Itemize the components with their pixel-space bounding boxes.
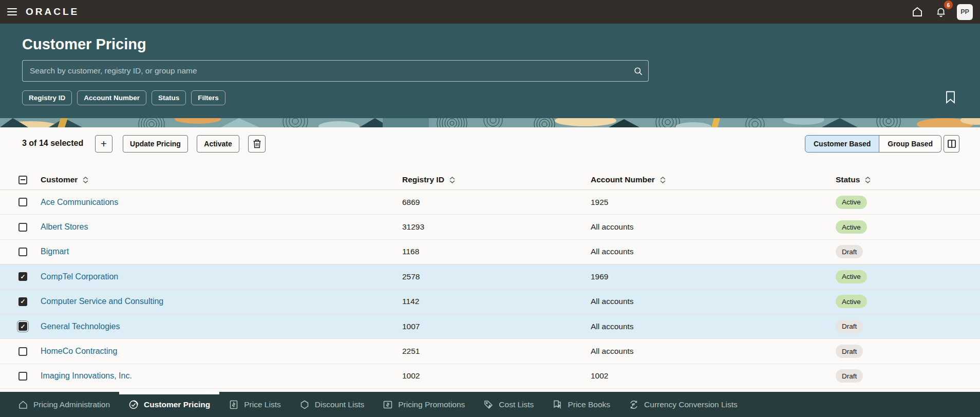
toggle-group-based[interactable]: Group Based (879, 135, 941, 153)
view-toggle: Customer Based Group Based (805, 135, 941, 153)
customer-link[interactable]: CompTel Corporation (41, 272, 118, 281)
customer-link[interactable]: General Technologies (41, 322, 120, 331)
nav-item-discount-lists[interactable]: Discount Lists (290, 392, 373, 417)
add-button[interactable]: + (95, 135, 112, 153)
filter-chip-filters[interactable]: Filters (191, 90, 225, 105)
nav-item-price-lists[interactable]: Price Lists (219, 392, 290, 417)
filter-chips: Registry IDAccount NumberStatusFilters (22, 90, 225, 105)
registry-id-value: 6869 (402, 198, 591, 207)
column-header-customer[interactable]: Customer (41, 175, 402, 184)
status-badge: Draft (836, 345, 863, 358)
customer-link[interactable]: HomeCo Contracting (41, 347, 117, 355)
nav-item-pricing-promotions[interactable]: Pricing Promotions (373, 392, 474, 417)
nav-item-label: Currency Conversion Lists (644, 400, 738, 409)
table-row: Imaging Innovations, Inc.10021002Draft (0, 364, 980, 389)
table-row: Computer Service and Consulting1142All a… (0, 290, 980, 314)
row-checkbox[interactable] (18, 198, 27, 206)
customer-link[interactable]: Albert Stores (41, 222, 88, 231)
search-input[interactable] (23, 66, 628, 75)
customer-link[interactable]: Bigmart (41, 247, 69, 256)
update-pricing-button[interactable]: Update Pricing (123, 135, 188, 153)
sort-icon (865, 177, 871, 183)
table-row: HomeCo Contracting2251All accountsDraft (0, 339, 980, 364)
table-row: Bigmart1168All accountsDraft (0, 240, 980, 264)
search-icon[interactable] (628, 66, 648, 76)
status-badge: Active (836, 295, 867, 308)
table-row: CompTel Corporation25781969Active (0, 264, 980, 289)
promotion-icon (383, 400, 393, 410)
delete-button[interactable] (248, 135, 266, 153)
status-badge: Draft (836, 320, 863, 333)
toggle-customer-based[interactable]: Customer Based (805, 135, 879, 153)
nav-item-label: Pricing Administration (33, 400, 110, 409)
filter-chip-registry-id[interactable]: Registry ID (22, 90, 72, 105)
account-number-value: All accounts (591, 322, 836, 331)
page-header: Customer Pricing Registry IDAccount Numb… (0, 24, 980, 118)
account-number-value: All accounts (591, 297, 836, 306)
filter-chip-account-number[interactable]: Account Number (77, 90, 146, 105)
account-number-value: All accounts (591, 247, 836, 256)
customer-link[interactable]: Ace Communications (41, 198, 118, 206)
sort-icon (449, 177, 455, 183)
row-checkbox[interactable] (18, 223, 27, 232)
nav-item-price-books[interactable]: Price Books (543, 392, 619, 417)
row-checkbox[interactable] (18, 248, 27, 256)
page-title: Customer Pricing (22, 36, 146, 53)
table-toolbar: 3 of 14 selected + Update Pricing Activa… (0, 135, 980, 153)
table-row: General Technologies1007All accountsDraf… (0, 314, 980, 339)
nav-item-label: Pricing Promotions (398, 400, 465, 409)
row-checkbox[interactable] (18, 372, 27, 381)
price-list-icon (229, 400, 239, 410)
hamburger-menu-icon[interactable] (0, 0, 24, 24)
status-badge: Draft (836, 369, 863, 383)
row-checkbox[interactable] (18, 322, 27, 331)
registry-id-value: 1168 (402, 247, 591, 256)
nav-item-cost-lists[interactable]: Cost Lists (474, 392, 543, 417)
row-checkbox[interactable] (18, 347, 27, 356)
table-header-row: Customer Registry ID Account Number (0, 170, 980, 190)
select-all-checkbox[interactable] (18, 176, 27, 184)
home-icon (911, 6, 924, 18)
nav-item-label: Customer Pricing (144, 400, 210, 409)
row-checkbox[interactable] (18, 297, 27, 306)
user-avatar[interactable]: PP (957, 4, 973, 20)
status-badge: Active (836, 270, 867, 283)
currency-conversion-icon (629, 400, 639, 410)
customer-link[interactable]: Imaging Innovations, Inc. (41, 371, 132, 380)
nav-item-pricing-administration[interactable]: Pricing Administration (9, 392, 119, 417)
home-button[interactable] (910, 4, 925, 20)
nav-item-label: Discount Lists (315, 400, 364, 409)
status-badge: Active (836, 220, 867, 234)
filter-chip-status[interactable]: Status (152, 90, 186, 105)
customer-link[interactable]: Computer Service and Consulting (41, 297, 163, 306)
topbar-actions: 6 PP (910, 4, 980, 20)
sort-icon (660, 177, 666, 183)
account-number-value: All accounts (591, 347, 836, 356)
column-header-account-number[interactable]: Account Number (591, 175, 836, 184)
cost-tag-icon (483, 400, 494, 410)
oracle-logo: ORACLE (26, 6, 79, 17)
trash-icon (253, 139, 261, 148)
selection-summary: 3 of 14 selected (22, 139, 83, 148)
customer-pricing-page: ORACLE 6 PP Customer Pricing Registry ID… (0, 0, 980, 417)
top-app-bar: ORACLE 6 PP (0, 0, 980, 24)
table-row: Albert Stores31293All accountsActive (0, 215, 980, 239)
column-header-registry-id[interactable]: Registry ID (402, 175, 591, 184)
split-panel-button[interactable] (944, 135, 959, 153)
nav-item-label: Price Lists (244, 400, 281, 409)
column-header-status[interactable]: Status (836, 175, 980, 184)
nav-item-customer-pricing[interactable]: Customer Pricing (119, 392, 219, 417)
nav-item-label: Cost Lists (499, 400, 534, 409)
status-badge: Draft (836, 245, 863, 258)
notifications-button[interactable]: 6 (933, 4, 949, 20)
registry-id-value: 2578 (402, 272, 591, 281)
bookmark-icon (946, 91, 955, 104)
row-checkbox[interactable] (18, 272, 27, 281)
home-icon (18, 400, 28, 410)
nav-item-currency-conversion-lists[interactable]: Currency Conversion Lists (619, 392, 747, 417)
bottom-tab-bar: Pricing AdministrationCustomer PricingPr… (0, 392, 980, 417)
activate-button[interactable]: Activate (197, 135, 239, 153)
table-body: Ace Communications68691925ActiveAlbert S… (0, 190, 980, 389)
registry-id-value: 2251 (402, 347, 591, 356)
bookmark-button[interactable] (946, 91, 955, 106)
